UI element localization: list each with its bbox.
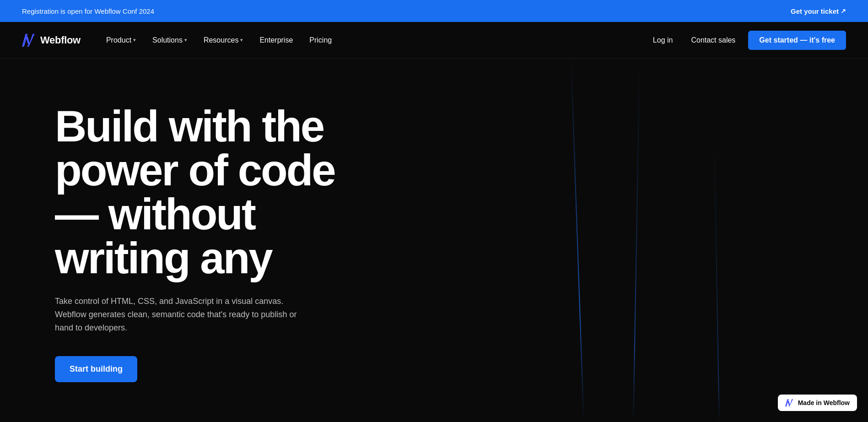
decorative-line-1 bbox=[571, 59, 584, 422]
hero-background bbox=[456, 59, 868, 422]
hero-section: Build with the power of code — without w… bbox=[0, 59, 868, 422]
announcement-bar: Registration is open for Webflow Conf 20… bbox=[0, 0, 868, 22]
made-in-webflow-badge[interactable]: Made in Webflow bbox=[778, 395, 857, 411]
announcement-link[interactable]: Get your ticket bbox=[791, 7, 846, 15]
hero-headline: Build with the power of code — without w… bbox=[55, 104, 366, 280]
webflow-logo-icon bbox=[22, 34, 37, 47]
logo-text: Webflow bbox=[40, 34, 81, 46]
nav-item-product[interactable]: Product ▾ bbox=[99, 32, 143, 48]
nav-item-enterprise[interactable]: Enterprise bbox=[252, 32, 300, 48]
nav-item-pricing[interactable]: Pricing bbox=[302, 32, 339, 48]
made-in-webflow-label: Made in Webflow bbox=[798, 399, 850, 406]
nav-right: Log in Contact sales Get started — it's … bbox=[647, 31, 846, 50]
hero-subtext: Take control of HTML, CSS, and JavaScrip… bbox=[55, 295, 311, 334]
decorative-line-2 bbox=[633, 59, 640, 422]
decorative-line-3 bbox=[712, 59, 719, 422]
login-link[interactable]: Log in bbox=[647, 32, 679, 48]
start-building-button[interactable]: Start building bbox=[55, 356, 137, 382]
chevron-down-icon: ▾ bbox=[240, 37, 243, 43]
get-started-button[interactable]: Get started — it's free bbox=[748, 31, 846, 50]
announcement-text: Registration is open for Webflow Conf 20… bbox=[22, 7, 154, 15]
navbar: Webflow Product ▾ Solutions ▾ Resources … bbox=[0, 22, 868, 59]
nav-logo[interactable]: Webflow bbox=[22, 34, 81, 47]
nav-links: Product ▾ Solutions ▾ Resources ▾ Enterp… bbox=[99, 32, 647, 48]
chevron-down-icon: ▾ bbox=[184, 37, 187, 43]
nav-item-solutions[interactable]: Solutions ▾ bbox=[145, 32, 194, 48]
hero-content: Build with the power of code — without w… bbox=[55, 104, 366, 382]
webflow-badge-icon bbox=[785, 399, 794, 406]
contact-sales-link[interactable]: Contact sales bbox=[685, 32, 741, 48]
chevron-down-icon: ▾ bbox=[133, 37, 136, 43]
nav-item-resources[interactable]: Resources ▾ bbox=[196, 32, 250, 48]
